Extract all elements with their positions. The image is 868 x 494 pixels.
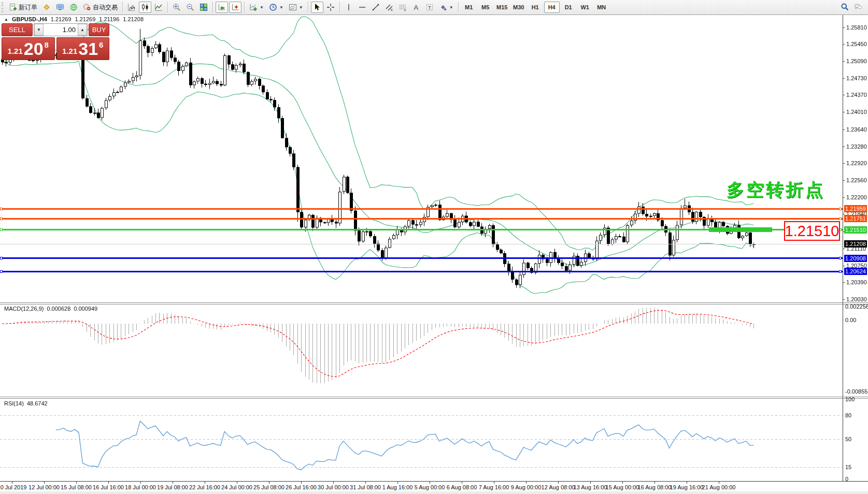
chart-ohlc-header: ▲ GBPUSD-,H4 1.21269 1.21269 1.21196 1.2… [4,16,144,22]
time-tick-label: 6 Aug 08:00 [447,484,477,490]
vertical-line-tool-button[interactable] [343,2,355,13]
price-tick-label: 1.24370 [846,92,867,98]
crosshair-tool-button[interactable] [324,2,337,13]
volume-up-button[interactable]: ▲ [78,24,87,36]
chat-button[interactable] [852,1,864,12]
sell-quote-tile[interactable]: 1.21 20 8 [2,37,55,60]
autotrading-icon [83,3,91,11]
horizontal-line-1.21751 [0,218,843,220]
auto-scroll-button[interactable] [216,2,228,13]
collapse-triangle-icon[interactable]: ▲ [4,17,8,22]
shapes-icon [439,3,447,11]
candlestick-chart-button[interactable] [139,2,151,13]
main-chart-canvas[interactable] [0,14,843,302]
time-tick-label: 16 Aug 08:00 [638,484,672,490]
line-anchor-square[interactable] [0,228,3,231]
chat-icon [854,3,862,11]
mt4-window: 新订单 自动交易 [0,0,868,494]
label-tool-button[interactable]: T [423,2,436,13]
chart-shift-button[interactable] [229,2,241,13]
shapes-dropdown-button[interactable]: ▼ [437,2,456,13]
buy-price-pip: 6 [99,40,103,49]
horizontal-line-tool-button[interactable] [356,2,368,13]
horizontal-line-icon [358,3,366,11]
buy-price-main: 31 [78,40,98,57]
price-line-badge: 1.21959 [844,205,867,212]
price-tick-mark [843,163,845,164]
fibonacci-tool-button[interactable]: F [396,2,409,13]
price-line-badge: 1.21751 [844,215,867,222]
bar-chart-button[interactable] [125,2,138,13]
svg-text:E: E [391,8,393,11]
time-tick-mark [12,482,12,484]
autotrading-button[interactable]: 自动交易 [81,2,120,13]
macd-rsi-splitter[interactable] [0,397,868,399]
macd-label-row: MACD(12,26,9) 0.000628 0.000949 [4,306,97,312]
svg-text:F: F [404,9,406,11]
time-tick-mark [462,482,462,484]
terminal-icon [56,3,64,11]
price-tick-mark [843,266,845,266]
macd-axis-min: -0.008553 [845,388,868,395]
fibonacci-icon: F [399,3,407,11]
autotrading-label: 自动交易 [93,3,118,12]
cursor-tool-button[interactable] [311,2,323,13]
channel-tool-button[interactable]: E [383,2,395,13]
price-tick-mark [843,147,845,147]
indicators-dropdown-button[interactable]: ▼ [247,2,266,13]
timeframe-w1[interactable]: W1 [577,2,593,13]
timeframe-d1[interactable]: D1 [561,2,576,13]
macd-indicator-label: MACD(12,26,9) [4,306,44,312]
rsi-panel-canvas[interactable] [0,398,843,481]
line-anchor-square[interactable] [0,208,3,210]
label-tool-icon: T [425,3,434,11]
periods-dropdown-button[interactable]: ▼ [267,2,286,13]
timeframe-m5[interactable]: M5 [478,2,493,13]
signals-button[interactable] [67,2,80,13]
timeframe-m15[interactable]: M15 [494,2,510,13]
timeframe-m30[interactable]: M30 [511,2,527,13]
volume-down-button[interactable]: ▼ [34,24,44,36]
time-tick-label: 24 Jul 00:00 [221,484,252,490]
zoom-out-button[interactable] [184,2,196,13]
toolbar-grip[interactable] [2,2,5,12]
time-axis[interactable]: 10 Jul 201912 Jul 00:0015 Jul 08:0016 Ju… [0,481,868,491]
trendline-tool-button[interactable] [369,2,382,13]
terminal-button[interactable] [54,2,66,13]
cursor-icon [313,3,321,11]
timeframe-h4[interactable]: H4 [544,2,560,13]
templates-dropdown-button[interactable]: ▼ [287,2,305,13]
line-anchor-square[interactable] [0,217,3,220]
time-tick-label: 18 Jul 00:00 [125,484,156,490]
search-button[interactable] [838,1,851,12]
timeframe-mn[interactable]: MN [594,2,609,13]
timeframe-h1[interactable]: H1 [528,2,543,13]
text-tool-button[interactable]: A [410,2,422,13]
time-tick-label: 5 Aug 00:00 [415,484,445,490]
tile-windows-button[interactable] [197,2,210,13]
price-line-badge: 1.20624 [844,268,867,275]
buy-quote-tile[interactable]: 1.21 31 6 [56,37,110,60]
zoom-in-button[interactable] [170,2,183,13]
new-order-button[interactable]: 新订单 [7,2,39,13]
buy-button[interactable]: BUY [89,23,109,36]
time-tick-label: 15 Jul 08:00 [61,484,92,490]
metaeditor-button[interactable] [40,2,53,13]
volume-control: ▼ ▲ [34,23,88,36]
rsi-axis-label-15: 15 [845,464,851,470]
toolbar-separator [212,2,213,13]
time-tick-label: 21 Aug 00:00 [702,484,736,490]
sell-button[interactable]: SELL [2,23,33,36]
timeframe-m1[interactable]: M1 [461,2,477,13]
macd-panel-canvas[interactable] [0,303,843,397]
new-order-icon [9,3,17,11]
line-anchor-square[interactable] [0,270,3,273]
sell-price-main: 20 [24,40,44,57]
clock-icon [269,3,277,11]
line-anchor-square[interactable] [0,257,3,259]
volume-input[interactable] [44,24,78,36]
line-chart-button[interactable] [152,2,165,13]
price-tick-label: 1.25810 [846,24,867,31]
search-icon [841,3,849,11]
chart-macd-splitter[interactable] [0,302,868,304]
